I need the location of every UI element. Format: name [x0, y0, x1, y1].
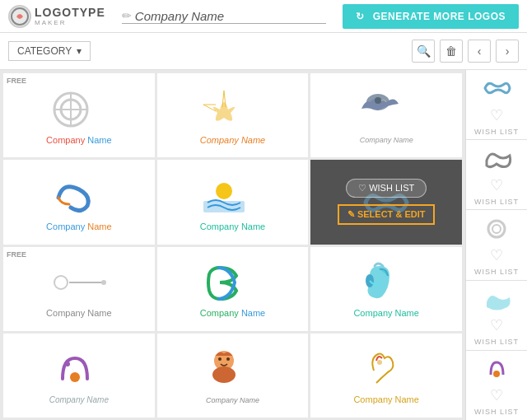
logo-text: LOGOTYPE MAKER — [35, 6, 105, 26]
logo-name-4: Company Name — [46, 222, 111, 231]
logo-eagle-icon — [353, 87, 419, 133]
logo-name-3: Company Name — [360, 136, 413, 144]
heart-icon-3: ♡ — [490, 246, 503, 264]
sidebar-item-2[interactable]: ♡ WISH LIST — [466, 140, 527, 210]
svg-point-16 — [212, 366, 236, 383]
sidebar-label-4: WISH LIST — [474, 338, 519, 346]
sidebar-label-2: WISH LIST — [474, 198, 519, 206]
logo-circle-icon — [46, 86, 112, 132]
logo-name-11: Company Name — [206, 394, 259, 404]
svg-point-17 — [218, 357, 222, 361]
sidebar-label-1: WISH LIST — [474, 128, 519, 136]
logo-arch-icon — [46, 346, 112, 391]
sidebar-thumb-3 — [476, 214, 517, 243]
free-badge-1: FREE — [7, 77, 26, 85]
refresh-icon: ↻ — [356, 11, 365, 22]
logo-card-1[interactable]: FREE Company Name — [3, 73, 155, 157]
logo-name-7: Company Name — [46, 308, 111, 318]
logo-card-8[interactable]: Company Name — [157, 247, 309, 331]
sidebar-thumb-4 — [476, 284, 517, 313]
svg-point-19 — [377, 360, 382, 365]
dropdown-arrow-icon: ▾ — [77, 45, 82, 57]
logo-card-9[interactable]: Company Name — [310, 247, 462, 331]
trash-button[interactable]: 🗑 — [440, 40, 463, 63]
logo-card-2[interactable]: Company Name — [157, 73, 309, 157]
logo-grid: FREE Company Name Company Name — [0, 70, 465, 420]
svg-point-14 — [65, 362, 70, 366]
pencil-icon: ✏ — [122, 9, 132, 22]
logo-card-3[interactable]: Company Name — [310, 73, 462, 157]
logo-character-icon — [199, 346, 265, 391]
sidebar-label-5: WISH LIST — [474, 408, 519, 416]
heart-icon-5: ♡ — [490, 386, 503, 404]
svg-point-13 — [70, 372, 80, 382]
heart-icon-1: ♡ — [490, 106, 503, 124]
sidebar-thumb-1 — [476, 74, 517, 103]
svg-point-6 — [375, 97, 381, 104]
logo-e-icon — [199, 259, 265, 305]
logo-bird-icon — [353, 346, 419, 391]
search-button[interactable]: 🔍 — [412, 40, 435, 63]
heart-icon-4: ♡ — [490, 316, 503, 334]
logo-name-10: Company Name — [49, 394, 109, 404]
logo-name-1: Company Name — [46, 135, 111, 145]
sidebar-item-5[interactable]: ♡ WISH LIST — [466, 351, 527, 420]
next-button[interactable]: › — [496, 40, 519, 63]
logo-name-12: Company Name — [353, 394, 418, 404]
svg-rect-8 — [203, 201, 245, 212]
logo-card-11[interactable]: Company Name — [157, 334, 309, 418]
logo-card-5[interactable]: Company Name — [157, 160, 309, 244]
wishlist-button-6[interactable]: ♡ WISH LIST — [346, 179, 427, 198]
logo-name-8: Company Name — [200, 308, 265, 318]
select-edit-button-6[interactable]: ✎ SELECT & EDIT — [338, 204, 436, 225]
logo-area: LOGOTYPE MAKER — [8, 5, 105, 28]
svg-point-11 — [101, 280, 106, 285]
sidebar-label-3: WISH LIST — [474, 268, 519, 276]
logo-star-icon — [199, 86, 265, 132]
logo-name-5: Company Name — [200, 222, 265, 231]
svg-point-7 — [216, 183, 232, 199]
heart-icon-2: ♡ — [490, 176, 503, 194]
svg-point-9 — [54, 276, 68, 289]
logo-name-2: Company Name — [200, 135, 265, 145]
header: LOGOTYPE MAKER ✏ ↻ GENERATE MORE LOGOS — [0, 0, 527, 33]
company-name-input-wrap[interactable]: ✏ — [122, 9, 327, 24]
logo-sun-icon — [199, 173, 265, 218]
logo-dash-icon — [46, 259, 112, 305]
generate-logos-button[interactable]: ↻ GENERATE MORE LOGOS — [343, 4, 519, 29]
logo-headphone-icon — [353, 259, 419, 305]
sidebar-thumb-5 — [476, 354, 517, 383]
free-badge-7: FREE — [7, 250, 26, 259]
svg-point-18 — [226, 357, 230, 361]
category-dropdown[interactable]: CATEGORY ▾ — [8, 41, 91, 61]
logo-card-4[interactable]: Company Name — [3, 160, 155, 244]
svg-point-21 — [492, 225, 501, 233]
sidebar-item-1[interactable]: ♡ WISH LIST — [466, 70, 527, 140]
toolbar: CATEGORY ▾ 🔍 🗑 ‹ › — [0, 33, 527, 70]
svg-point-20 — [488, 221, 505, 237]
logo-swirl-icon — [46, 173, 112, 218]
card-overlay-6: ♡ WISH LIST ✎ SELECT & EDIT — [310, 160, 462, 244]
logo-card-7[interactable]: FREE Company Name — [3, 247, 155, 331]
logo-card-6[interactable]: ♡ WISH LIST ✎ SELECT & EDIT — [310, 160, 462, 244]
logo-icon — [8, 5, 31, 28]
company-name-input[interactable] — [135, 9, 327, 23]
sidebar-thumb-2 — [476, 144, 517, 173]
main-content: FREE Company Name Company Name — [0, 70, 527, 420]
sidebar-item-4[interactable]: ♡ WISH LIST — [466, 281, 527, 351]
sidebar: ♡ WISH LIST ♡ WISH LIST ♡ WISH LIST — [465, 70, 527, 420]
logo-card-12[interactable]: Company Name — [310, 334, 462, 418]
prev-button[interactable]: ‹ — [468, 40, 491, 63]
sidebar-item-3[interactable]: ♡ WISH LIST — [466, 210, 527, 280]
logo-name-9: Company Name — [353, 308, 418, 318]
logo-card-10[interactable]: Company Name — [3, 334, 155, 418]
toolbar-right: 🔍 🗑 ‹ › — [412, 40, 519, 63]
svg-point-22 — [493, 371, 500, 377]
